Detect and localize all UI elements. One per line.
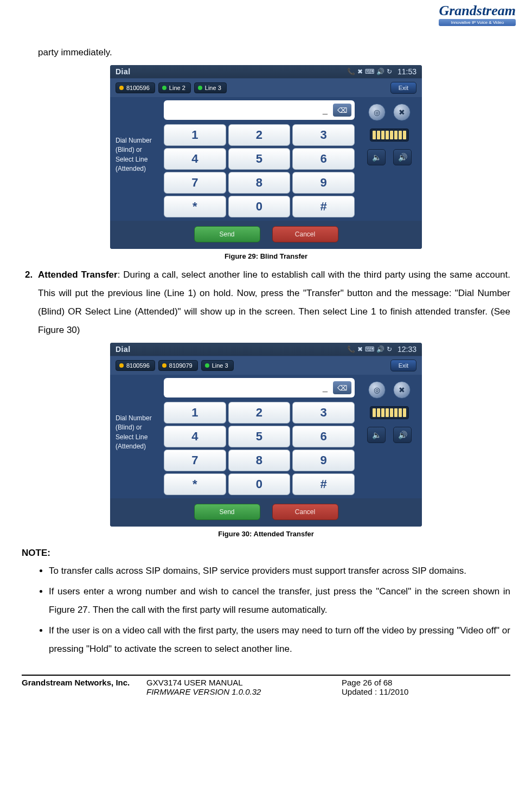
number-display: _ ⌫ xyxy=(164,100,355,120)
status-dot-icon xyxy=(205,363,209,368)
help-text: Dial Number (Blind) or Select Line (Atte… xyxy=(110,378,164,495)
status-dot-icon xyxy=(162,363,166,368)
key-9[interactable]: 9 xyxy=(292,450,355,471)
item-title: Attended Transfer xyxy=(38,270,118,280)
cancel-button[interactable]: Cancel xyxy=(272,504,338,520)
line-tab-label: Line 3 xyxy=(212,362,228,369)
line-tab-label: 8100596 xyxy=(126,362,150,369)
backspace-button[interactable]: ⌫ xyxy=(333,381,351,394)
key-2[interactable]: 2 xyxy=(228,124,291,146)
key-7[interactable]: 7 xyxy=(164,172,226,194)
brand-tagline: Innovative IP Voice & Video xyxy=(439,19,516,26)
exit-button[interactable]: Exit xyxy=(390,360,416,371)
camera-toggle-button[interactable]: ◎ xyxy=(368,104,386,121)
volume-icon: 🔊 xyxy=(376,345,384,353)
key-6[interactable]: 6 xyxy=(292,426,355,447)
line-tab-label: 8109079 xyxy=(169,362,193,369)
key-5[interactable]: 5 xyxy=(228,148,291,170)
key-1[interactable]: 1 xyxy=(164,402,226,424)
figure-29-screenshot: Dial 📞 ✖ ⌨ 🔊 ↻ 11:53 8100596 Line 2 Line… xyxy=(110,65,422,249)
keyboard-icon: ⌨ xyxy=(365,68,374,75)
key-2[interactable]: 2 xyxy=(228,402,291,424)
line-tab-label: 8100596 xyxy=(126,85,150,91)
send-button[interactable]: Send xyxy=(194,226,260,242)
window-titlebar: Dial 📞 ✖ ⌨ 🔊 ↻ 11:53 xyxy=(110,65,422,79)
backspace-button[interactable]: ⌫ xyxy=(333,104,351,117)
key-0[interactable]: 0 xyxy=(228,473,291,495)
list-item-2: 2.Attended Transfer: During a call, sele… xyxy=(38,266,510,339)
volume-up-button[interactable]: 🔊 xyxy=(393,149,412,165)
page-footer: Grandstream Networks, Inc. GXV3174 USER … xyxy=(22,675,510,687)
camera-off-button[interactable]: ✖ xyxy=(393,104,411,121)
keypad: 1 2 3 4 5 6 7 8 9 * 0 # xyxy=(164,402,355,495)
footer-updated: Updated : 11/2010 xyxy=(342,687,510,696)
key-1[interactable]: 1 xyxy=(164,124,226,146)
keyboard-icon: ⌨ xyxy=(365,345,374,353)
volume-down-button[interactable]: 🔈 xyxy=(367,149,386,165)
volume-up-button[interactable]: 🔊 xyxy=(393,427,412,443)
refresh-icon: ↻ xyxy=(387,345,392,353)
line-tab-1[interactable]: 8100596 xyxy=(116,360,155,371)
key-hash[interactable]: # xyxy=(292,473,355,495)
number-field[interactable]: _ xyxy=(167,383,330,393)
camera-toggle-button[interactable]: ◎ xyxy=(368,381,386,399)
key-star[interactable]: * xyxy=(164,196,226,217)
key-4[interactable]: 4 xyxy=(164,148,226,170)
cancel-button[interactable]: Cancel xyxy=(272,226,338,242)
line-tab-2[interactable]: 8109079 xyxy=(158,360,198,371)
note-item: If the user is on a video call with the … xyxy=(49,621,510,658)
key-star[interactable]: * xyxy=(164,473,226,495)
line-toolbar: 8100596 8109079 Line 3 Exit xyxy=(110,356,422,375)
key-8[interactable]: 8 xyxy=(228,450,291,471)
dial-title: Dial xyxy=(116,345,345,354)
mute-icon: ✖ xyxy=(357,68,363,75)
key-9[interactable]: 9 xyxy=(292,172,355,194)
key-3[interactable]: 3 xyxy=(292,402,355,424)
volume-down-button[interactable]: 🔈 xyxy=(367,427,386,443)
key-3[interactable]: 3 xyxy=(292,124,355,146)
number-display: _ ⌫ xyxy=(164,378,355,398)
volume-meter xyxy=(370,406,409,419)
line-tab-3[interactable]: Line 3 xyxy=(201,360,234,371)
figure-30-screenshot: Dial 📞 ✖ ⌨ 🔊 ↻ 12:33 8100596 8109079 Lin… xyxy=(110,343,422,527)
number-field[interactable]: _ xyxy=(167,105,330,115)
key-5[interactable]: 5 xyxy=(228,426,291,447)
refresh-icon: ↻ xyxy=(387,68,392,75)
send-button[interactable]: Send xyxy=(194,504,260,520)
footer-page: Page 26 of 68 xyxy=(342,678,510,687)
brand-logo: Grandstream Innovative IP Voice & Video xyxy=(439,3,516,26)
exit-button[interactable]: Exit xyxy=(390,82,416,94)
dial-title: Dial xyxy=(116,67,345,76)
status-dot-icon xyxy=(119,86,124,90)
line-tab-3[interactable]: Line 3 xyxy=(194,82,227,93)
clock: 12:33 xyxy=(398,345,416,354)
note-list: To transfer calls across SIP domains, SI… xyxy=(22,562,510,658)
item-marker: 2. xyxy=(25,266,38,284)
key-6[interactable]: 6 xyxy=(292,148,355,170)
page-footer-row2: FIRMWARE VERSION 1.0.0.32 Updated : 11/2… xyxy=(22,687,510,696)
key-4[interactable]: 4 xyxy=(164,426,226,447)
key-8[interactable]: 8 xyxy=(228,172,291,194)
figure-29-caption: Figure 29: Blind Transfer xyxy=(22,252,510,260)
key-hash[interactable]: # xyxy=(292,196,355,217)
footer-firmware: FIRMWARE VERSION 1.0.0.32 xyxy=(146,687,342,696)
key-7[interactable]: 7 xyxy=(164,450,226,471)
status-dot-icon xyxy=(198,86,202,90)
camera-off-button[interactable]: ✖ xyxy=(393,381,411,399)
volume-meter xyxy=(370,129,409,142)
window-titlebar: Dial 📞 ✖ ⌨ 🔊 ↻ 12:33 xyxy=(110,343,422,356)
line-toolbar: 8100596 Line 2 Line 3 Exit xyxy=(110,79,422,97)
figure-30-caption: Figure 30: Attended Transfer xyxy=(22,530,510,538)
footer-doc: GXV3174 USER MANUAL xyxy=(146,678,342,687)
line-tab-2[interactable]: Line 2 xyxy=(158,82,191,93)
line-tab-1[interactable]: 8100596 xyxy=(116,82,155,93)
handset-icon: 📞 xyxy=(347,68,355,75)
help-text: Dial Number (Blind) or Select Line (Atte… xyxy=(110,100,164,217)
status-dot-icon xyxy=(162,86,166,90)
footer-company: Grandstream Networks, Inc. xyxy=(22,678,146,687)
mute-icon: ✖ xyxy=(357,345,363,353)
brand-name: Grandstream xyxy=(439,3,516,19)
line-tab-label: Line 3 xyxy=(205,85,221,91)
line-tab-label: Line 2 xyxy=(169,85,185,91)
key-0[interactable]: 0 xyxy=(228,196,291,217)
